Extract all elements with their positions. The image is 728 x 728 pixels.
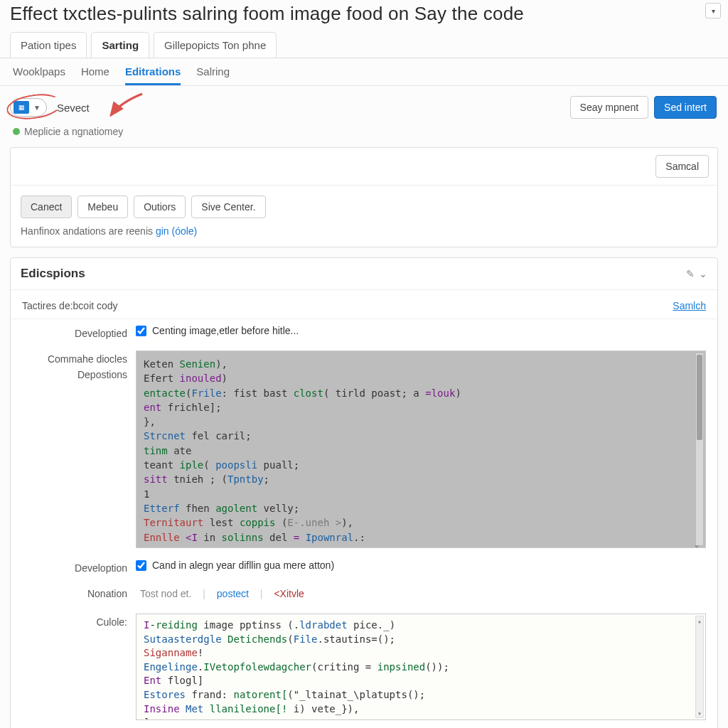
note-line: Hanfinox andations are reenis gin (óole): [21, 225, 707, 237]
chevron-down-icon[interactable]: ⌄: [693, 540, 700, 550]
window-options-button[interactable]: ▾: [705, 3, 721, 18]
code-editor-main[interactable]: Keten Senien),Efert inouled)entacte(Fril…: [136, 350, 706, 548]
seay-mpnent-button[interactable]: Seay mpnent: [570, 96, 649, 119]
samcal-button[interactable]: Samcal: [655, 155, 709, 178]
status-dot-icon: [13, 128, 20, 135]
label-nonation: Nonation: [22, 585, 136, 599]
select-label: Sevect: [57, 102, 90, 114]
section-heading: Edicspions: [21, 267, 85, 281]
main-tabs: Pation tipes Sarting Gillepopicts Ton ph…: [0, 32, 728, 58]
sive-center-button[interactable]: Sive Center.: [191, 196, 265, 218]
code-editor-secondary[interactable]: I-reiding image pptinss (.ldrabdet pice.…: [136, 614, 706, 720]
minitab-postect[interactable]: postect: [213, 588, 253, 599]
subrow-left: Tactires de:bcoit cody: [22, 300, 118, 311]
select-icon: ▦: [14, 101, 29, 114]
develoption-text: Cand in alegn year difllin gua mere atto…: [152, 560, 334, 571]
subnav-wooklpaps[interactable]: Wooklpaps: [13, 65, 65, 85]
select-dropdown-button[interactable]: ▦ ▼: [10, 98, 47, 117]
minitab-xitvle[interactable]: <Xitvle: [269, 588, 308, 599]
label-develoption: Develoption: [22, 560, 136, 574]
scroll-up-icon[interactable]: ▴: [696, 616, 703, 625]
label-culole: Culole:: [22, 614, 136, 628]
scroll-down-icon[interactable]: ▾: [696, 709, 703, 717]
tab-gillepopicts[interactable]: Gillepopicts Ton phne: [154, 32, 277, 58]
scrollbar[interactable]: ▴ ▾: [695, 616, 704, 718]
edit-icon[interactable]: ✎: [686, 268, 695, 279]
label-depostions: Depostions: [22, 369, 127, 380]
action-panel: Samcal Canect Mebeu Outiors Sive Center.…: [10, 147, 718, 247]
subnav-salring[interactable]: Salring: [196, 65, 230, 85]
tab-sarting[interactable]: Sarting: [91, 32, 149, 58]
collapse-icon[interactable]: ⌄: [699, 268, 707, 279]
chevron-down-icon: ▼: [33, 104, 41, 112]
canect-button[interactable]: Canect: [21, 196, 72, 218]
minitab-tost[interactable]: Tost nod et.: [136, 588, 196, 599]
sed-intert-button[interactable]: Sed intert: [654, 96, 717, 119]
status-text: Meplicie a ngnatiomey: [24, 126, 123, 137]
scrollbar-thumb[interactable]: [697, 355, 702, 440]
mebeu-button[interactable]: Mebeu: [77, 196, 128, 218]
sub-nav: Wooklpaps Home Editrations Salring: [0, 58, 728, 86]
developtied-checkbox[interactable]: [136, 326, 146, 336]
mini-tabs: Tost nod et. | postect | <Xitvle: [136, 585, 309, 602]
note-text: Hanfinox andations are reenis: [21, 225, 156, 237]
label-developtied: Developtied: [22, 325, 136, 339]
develoption-checkbox[interactable]: [136, 560, 146, 571]
note-link[interactable]: gin (óole): [156, 225, 197, 237]
subnav-home[interactable]: Home: [81, 65, 109, 85]
status-line: Meplicie a ngnatiomey: [0, 123, 728, 147]
samlch-link[interactable]: Samlch: [673, 300, 706, 311]
outiors-button[interactable]: Outiors: [134, 196, 186, 218]
developtied-text: Centing image,etler before hitle...: [152, 325, 299, 336]
tab-pation-tipes[interactable]: Pation tipes: [10, 32, 87, 58]
scrollbar[interactable]: [695, 353, 704, 546]
label-commahe: Commahe diocles: [22, 353, 127, 365]
edicspions-panel: Edicspions ✎ ⌄ Tactires de:bcoit cody Sa…: [10, 257, 718, 728]
page-title: Effect txctles-pulints salring foom imag…: [0, 0, 728, 32]
subnav-editrations[interactable]: Editrations: [125, 65, 181, 85]
label-code-block: Commahe diocles Depostions: [22, 350, 136, 385]
